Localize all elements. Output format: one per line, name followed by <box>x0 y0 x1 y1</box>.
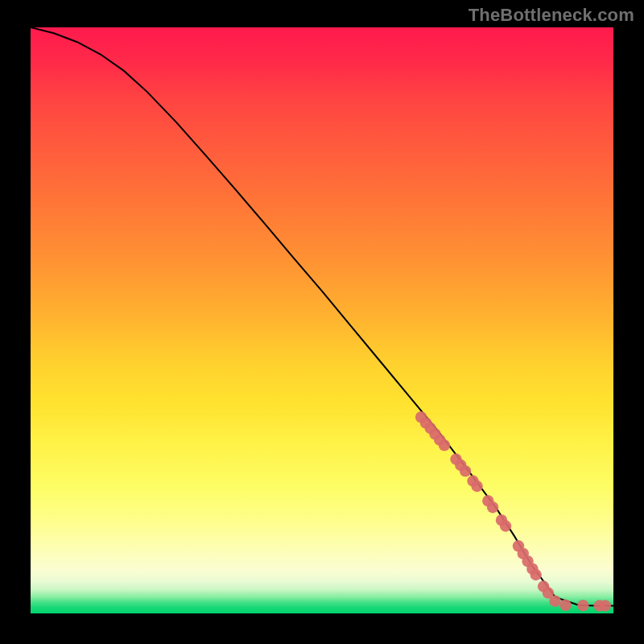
marker-group <box>415 411 611 612</box>
watermark-text: TheBottleneck.com <box>469 5 634 26</box>
marker-point <box>549 596 560 607</box>
marker-point <box>471 481 482 492</box>
marker-point <box>530 569 542 580</box>
marker-point <box>500 520 511 531</box>
marker-point <box>600 600 611 611</box>
chart-frame: TheBottleneck.com <box>0 0 644 644</box>
chart-svg <box>31 27 613 613</box>
marker-point <box>559 600 571 611</box>
plot-area <box>31 27 613 613</box>
marker-point <box>439 440 450 451</box>
marker-point <box>460 465 471 477</box>
marker-point <box>487 502 498 513</box>
marker-point <box>577 600 588 611</box>
main-curve <box>31 27 613 606</box>
